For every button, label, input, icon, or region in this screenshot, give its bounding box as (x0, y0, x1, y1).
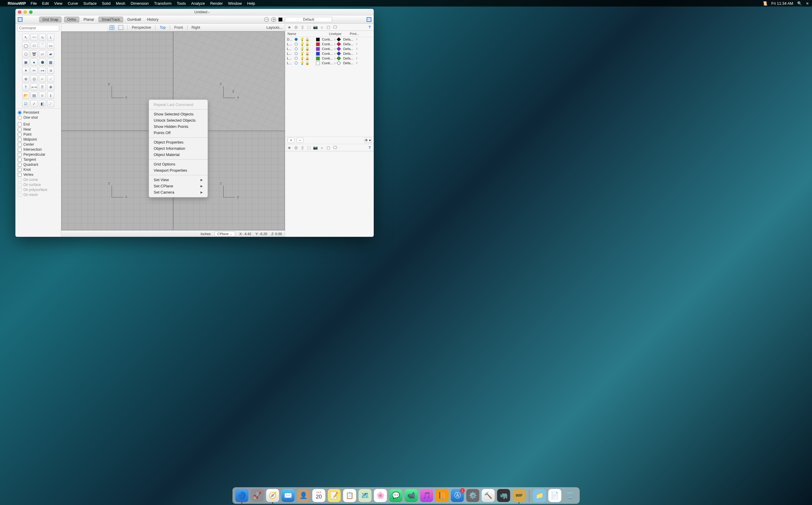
arc-tool-icon[interactable]: ⌒ (39, 42, 46, 49)
dock-messages[interactable]: 💬 (389, 489, 402, 502)
tab-front[interactable]: Front (174, 25, 183, 30)
osnap-perpendicular[interactable]: Perpendicular (18, 152, 58, 157)
visibility-icon[interactable]: 💡 (300, 47, 305, 51)
dock-rhinowip[interactable]: WIP (513, 489, 526, 502)
color-swatch[interactable] (316, 61, 320, 65)
osnap-midpoint[interactable]: Midpoint (18, 137, 58, 142)
spotlight-icon[interactable]: 🔍 (797, 1, 802, 6)
linetype-value[interactable]: Conti... ⇳ (322, 42, 337, 46)
check-tool-icon[interactable]: ✓ (30, 100, 38, 107)
cylinder-tool-icon[interactable]: ⬢ (39, 58, 46, 66)
linetype-value[interactable]: Conti... ⇳ (322, 47, 337, 51)
boolean-tool-icon[interactable]: ⊕ (22, 75, 29, 82)
tab-right[interactable]: Right (191, 25, 200, 30)
dock-maps[interactable]: 🗺️ (359, 489, 372, 502)
polyline-tool-icon[interactable]: 〰 (30, 34, 38, 41)
osnap-center[interactable]: Center (18, 142, 58, 147)
move-tool-icon[interactable]: ✥ (47, 83, 54, 91)
fillet-tool-icon[interactable]: ⌐ (39, 75, 46, 82)
color-swatch[interactable] (316, 47, 320, 51)
menu-help[interactable]: Help (247, 1, 255, 6)
toggle-right-panel-icon[interactable] (367, 17, 371, 22)
text-tool-icon[interactable]: T (22, 83, 29, 91)
ellipse-tool-icon[interactable]: ⬭ (30, 42, 38, 49)
printwidth-value[interactable]: Defa... (343, 56, 355, 60)
four-view-icon[interactable] (110, 25, 114, 30)
printwidth-value[interactable]: Defa... (343, 47, 355, 51)
box-icon[interactable]: ⬚ (306, 145, 311, 150)
zoom-button[interactable] (29, 10, 32, 14)
script-icon[interactable]: 📜 (763, 1, 767, 6)
titlebar[interactable]: Untitled (15, 9, 374, 15)
menu-transform[interactable]: Transform (154, 1, 171, 6)
clock[interactable]: Fri 11:34 AM (772, 1, 793, 6)
color-swatch[interactable] (316, 42, 320, 46)
dock-mail[interactable]: ✉️ (282, 489, 295, 502)
target-icon[interactable]: ◎ (271, 17, 276, 22)
ctx-show-hidden-points[interactable]: Show Hidden Points (149, 124, 208, 130)
color-swatch[interactable] (316, 56, 320, 60)
array-tool-icon[interactable]: ⠿ (39, 83, 46, 91)
ortho-toggle[interactable]: Ortho (64, 17, 80, 22)
curve-tool-icon[interactable]: ∿ (39, 34, 46, 41)
stepper-icon[interactable]: ⇳ (356, 61, 360, 64)
stepper-icon[interactable]: ⇳ (356, 43, 360, 45)
chamfer-tool-icon[interactable]: ⟋ (47, 75, 54, 82)
sun-icon[interactable]: ☼ (319, 145, 324, 150)
linetype-value[interactable]: Conti... ⇳ (322, 56, 337, 60)
tab-perspective[interactable]: Perspective (132, 25, 151, 30)
camera-icon[interactable]: 📷 (313, 25, 318, 29)
osnap-intersection[interactable]: Intersection (18, 147, 58, 152)
col-print[interactable]: Print... (350, 32, 368, 35)
dock-contacts[interactable]: 👤 (297, 489, 310, 502)
menu-tools[interactable]: Tools (177, 1, 186, 6)
record-icon[interactable]: ⊸ (264, 17, 269, 22)
help-icon[interactable]: ? (367, 25, 372, 29)
menu-view[interactable]: View (54, 1, 62, 6)
polygon-tool-icon[interactable]: ⬡ (22, 50, 29, 57)
dock-xcode[interactable]: 🔨 (482, 489, 495, 502)
interpcurve-tool-icon[interactable]: ⤹ (47, 34, 54, 41)
dock-launchpad[interactable]: 🚀 (251, 489, 264, 502)
properties-icon[interactable]: ◎ (293, 25, 298, 29)
dock-appstore[interactable]: Ⓐ1 (451, 489, 464, 502)
dots-tool-icon[interactable]: ⠶ (39, 92, 46, 99)
surface-tool-icon[interactable]: ▱ (39, 50, 46, 57)
layer-row[interactable]: L...💡🔓Conti... ⇳Defa...⇳ (285, 61, 374, 65)
layer-row[interactable]: L...💡🔓Conti... ⇳Defa...⇳ (285, 46, 374, 51)
explode-tool-icon[interactable]: ✶ (22, 67, 29, 74)
stepper-icon[interactable]: ⇳ (356, 52, 360, 55)
print-color-icon[interactable] (337, 42, 341, 46)
lock-icon[interactable]: 🔓 (305, 52, 310, 56)
properties-icon[interactable]: ◎ (293, 145, 298, 150)
ctx-set-camera[interactable]: Set Camera▶ (149, 189, 208, 195)
menu-render[interactable]: Render (210, 1, 223, 6)
tab-top[interactable]: Top (160, 25, 165, 30)
current-layer-icon[interactable] (295, 61, 298, 64)
color-swatch[interactable] (278, 17, 282, 22)
printwidth-value[interactable]: Defa... (343, 52, 355, 55)
display-icon[interactable]: ▢ (326, 145, 331, 150)
layouts-button[interactable]: Layouts... (267, 25, 282, 30)
grid-tool-icon[interactable]: ▤ (30, 92, 38, 99)
dock-facetime[interactable]: 📹 (405, 489, 418, 502)
menu-dimension[interactable]: Dimension (131, 1, 149, 6)
dock-reminders[interactable]: 📋 (343, 489, 356, 502)
dock-rhino[interactable]: 🦏 (497, 489, 510, 502)
dock-itunes[interactable]: 🎵 (420, 489, 433, 502)
lock-icon[interactable]: 🔓 (305, 47, 310, 51)
osnap-tangent[interactable]: Tangent (18, 158, 58, 162)
stepper-icon[interactable]: ⇳ (356, 38, 360, 41)
sphere-tool-icon[interactable]: ● (30, 58, 38, 66)
history-toggle[interactable]: History (145, 17, 160, 22)
stepper-icon[interactable]: ⇳ (356, 57, 360, 60)
app-name[interactable]: RhinoWIP (8, 1, 26, 6)
align-tool-icon[interactable]: ⫿ (47, 92, 54, 99)
linetype-value[interactable]: Conti... ⇳ (322, 61, 337, 65)
visibility-icon[interactable]: 💡 (300, 56, 305, 60)
layer-options-button[interactable]: ✲ ▾ (364, 138, 371, 143)
spiral-tool-icon[interactable]: ➰ (30, 50, 38, 57)
linetype-value[interactable]: Conti... ⇳ (322, 38, 337, 41)
circle-tool-icon[interactable]: ◯ (22, 42, 29, 49)
visibility-icon[interactable]: 💡 (300, 51, 305, 56)
